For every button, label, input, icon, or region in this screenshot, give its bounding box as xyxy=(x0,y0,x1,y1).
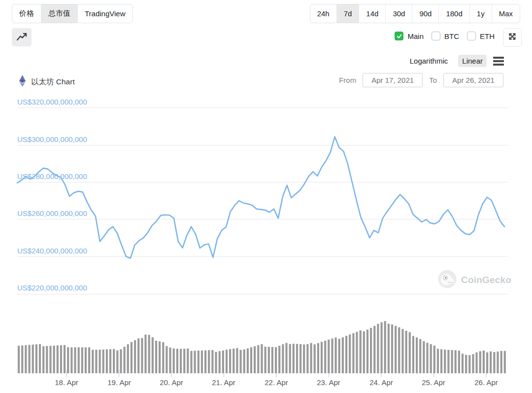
gridline-280b xyxy=(17,182,508,182)
gridline-260b xyxy=(17,219,508,219)
ethereum-icon xyxy=(19,75,26,89)
range-90d[interactable]: 90d xyxy=(412,4,438,23)
tab-price[interactable]: 价格 xyxy=(12,4,41,23)
range-14d[interactable]: 14d xyxy=(359,4,385,23)
toggle-eth[interactable]: ETH xyxy=(467,32,495,40)
chart-title-row: 以太坊 Chart xyxy=(19,75,75,89)
toggle-main-label: Main xyxy=(407,32,424,40)
y-axis-label: US$280,000,000,000 xyxy=(17,172,87,180)
range-24h[interactable]: 24h xyxy=(310,4,336,23)
toggle-btc[interactable]: BTC xyxy=(432,32,459,40)
toggle-eth-label: ETH xyxy=(480,32,495,40)
tab-market-cap[interactable]: 总市值 xyxy=(41,4,77,23)
x-axis-label: 25. Apr xyxy=(411,378,456,387)
x-axis-label: 24. Apr xyxy=(359,378,403,387)
tab-tradingview[interactable]: TradingView xyxy=(77,4,133,23)
main-checkbox[interactable] xyxy=(395,32,403,40)
x-axis-label: 20. Apr xyxy=(149,378,194,387)
from-label: From xyxy=(339,76,356,84)
range-1y[interactable]: 1y xyxy=(469,4,492,23)
toggle-main[interactable]: Main xyxy=(395,32,424,40)
y-axis-label: US$240,000,000,000 xyxy=(17,247,87,255)
gridline-220b xyxy=(17,294,508,294)
range-180d[interactable]: 180d xyxy=(438,4,469,23)
x-axis-label: 26. Apr xyxy=(464,378,508,387)
gridline-300b xyxy=(17,145,508,145)
coingecko-logo-icon xyxy=(438,270,457,290)
scale-linear[interactable]: Linear xyxy=(458,55,487,67)
from-date-input[interactable] xyxy=(363,73,423,87)
page-title: 以太坊 Chart xyxy=(31,77,75,87)
coingecko-watermark: CoinGecko xyxy=(438,270,511,290)
to-date-input[interactable] xyxy=(443,73,503,87)
gridline-320b xyxy=(17,107,508,108)
fullscreen-button[interactable] xyxy=(503,28,522,47)
view-tab-group: 价格 总市值 TradingView xyxy=(12,4,133,23)
y-axis-label: US$260,000,000,000 xyxy=(17,209,87,217)
gridline-240b xyxy=(17,256,508,257)
coingecko-chart-page: 价格 总市值 TradingView 24h 7d 14d 30d 90d 18… xyxy=(0,0,532,393)
range-7d[interactable]: 7d xyxy=(336,4,359,23)
line-chart-mode-button[interactable] xyxy=(12,28,32,46)
chart-context-menu-icon[interactable] xyxy=(493,57,504,66)
y-axis-label: US$220,000,000,000 xyxy=(17,284,87,292)
to-label: To xyxy=(429,76,437,84)
eth-checkbox[interactable] xyxy=(467,32,476,40)
range-max[interactable]: Max xyxy=(492,4,520,23)
y-axis-label: US$300,000,000,000 xyxy=(17,135,87,143)
x-axis-label: 18. Apr xyxy=(44,378,89,387)
btc-checkbox[interactable] xyxy=(432,32,440,40)
y-axis-label: US$320,000,000,000 xyxy=(17,98,87,106)
expand-arrows-icon xyxy=(507,32,517,43)
toggle-btc-label: BTC xyxy=(444,32,459,40)
date-range-controls: From To xyxy=(339,73,503,87)
watermark-text: CoinGecko xyxy=(461,275,511,286)
x-axis-label: 19. Apr xyxy=(97,378,141,387)
series-toggle-row: Main BTC ETH xyxy=(395,32,495,40)
scale-logarithmic[interactable]: Logarithmic xyxy=(406,55,452,67)
scale-selector-row: Logarithmic Linear xyxy=(406,55,504,67)
range-button-group: 24h 7d 14d 30d 90d 180d 1y Max xyxy=(310,4,520,23)
x-axis-label: 21. Apr xyxy=(201,378,246,387)
trending-up-icon xyxy=(15,30,28,45)
x-axis-label: 23. Apr xyxy=(306,378,351,387)
x-axis-label: 22. Apr xyxy=(254,378,299,387)
range-30d[interactable]: 30d xyxy=(385,4,412,23)
